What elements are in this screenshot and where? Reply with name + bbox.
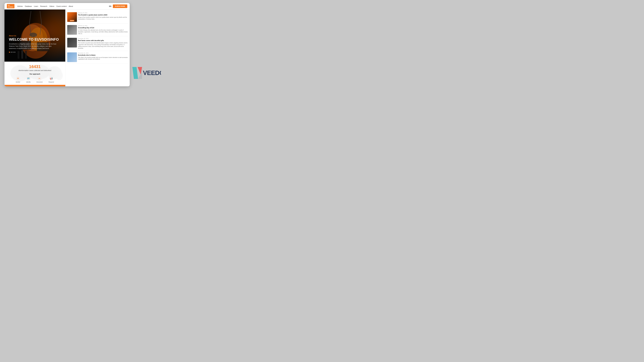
veedoo-v-icon <box>132 67 142 79</box>
hero-carousel-dots <box>9 52 59 53</box>
nav-about[interactable]: About <box>69 5 73 7</box>
identify-icon: 🪪 <box>26 76 30 81</box>
nav-database[interactable]: Database <box>25 5 32 7</box>
respond-label: Respond <box>48 81 54 83</box>
news-panel: DISINFO January 18, 2024 The Kremlin's u… <box>65 9 130 86</box>
news-title-2[interactable]: Groundhog Day of Evil <box>78 27 128 29</box>
nav-videos[interactable]: Videos <box>49 5 54 7</box>
nav-learn[interactable]: Learn <box>34 5 38 7</box>
veedoo-logo-wrap: VEEDOO <box>132 67 161 79</box>
svg-marker-19 <box>132 67 138 79</box>
subscribe-button[interactable]: SUBSCRIBE <box>113 4 127 8</box>
carousel-dot-3[interactable] <box>12 52 14 53</box>
news-title-1[interactable]: The Kremlin's upside-down world in 2024 <box>78 14 128 16</box>
news-date-2: January 13, 2024 <box>78 25 128 26</box>
database-button[interactable]: DATABASE <box>4 85 65 86</box>
news-date-1: January 18, 2024 <box>78 12 128 13</box>
identify-label: Identify <box>26 81 30 83</box>
news-meta-4: December 21, 2023 Everybody else to blam… <box>78 52 128 62</box>
approach-icons: 👁 Monitor 🪪 Identify ✏ Document 📢 <box>8 76 62 85</box>
news-item-4[interactable]: December 21, 2023 Everybody else to blam… <box>67 51 128 64</box>
document-label: Document <box>36 81 43 83</box>
carousel-dot-1[interactable] <box>9 52 10 53</box>
approach-identify: 🪪 Identify <box>26 76 30 83</box>
nav-articles[interactable]: Articles <box>18 5 23 7</box>
brand-area: VEEDOO <box>130 0 161 83</box>
news-excerpt-4: This week, pro-Kremlin pundits had a go … <box>78 57 128 60</box>
main-content: About Us WELCOME TO EUVSDISINFO EUvsDisi… <box>4 9 130 86</box>
approach-heading: Our approach <box>8 73 62 75</box>
browser-window: EU DiSiNFO Articles Database Learn Resea… <box>4 3 130 86</box>
hero-content: About Us WELCOME TO EUVSDISINFO EUvsDisi… <box>9 35 59 53</box>
svg-rect-9 <box>18 53 20 59</box>
site-logo[interactable]: EU DiSiNFO <box>7 4 14 8</box>
carousel-dot-2[interactable] <box>11 52 12 53</box>
language-selector[interactable]: EN <box>109 5 111 7</box>
hero-title: WELCOME TO EUVSDISINFO <box>9 37 59 41</box>
news-thumb-2 <box>67 25 77 35</box>
nav-right: EN SUBSCRIBE <box>109 4 127 8</box>
nav-research[interactable]: Research <box>40 5 47 7</box>
stats-number: 16431 <box>8 64 62 69</box>
news-date-3: December 28, 2023 <box>78 38 128 39</box>
svg-rect-11 <box>21 52 23 59</box>
news-thumb-3 <box>67 38 77 47</box>
news-meta-2: January 13, 2024 Groundhog Day of Evil I… <box>78 25 128 35</box>
about-us-label: About Us <box>9 35 59 37</box>
news-meta-1: January 18, 2024 The Kremlin's upside-do… <box>78 12 128 22</box>
news-title-4[interactable]: Everybody else to blame <box>78 54 128 56</box>
news-excerpt-3: The Kremlin recycled many tired disinfor… <box>78 42 128 49</box>
monitor-label: Monitor <box>16 81 20 83</box>
navbar: EU DiSiNFO Articles Database Learn Resea… <box>4 3 130 9</box>
nav-guest[interactable]: Guest content <box>56 5 67 7</box>
monitor-icon: 👁 <box>16 76 20 81</box>
approach-respond: 📢 Respond <box>48 76 54 83</box>
news-item-2[interactable]: January 13, 2024 Groundhog Day of Evil I… <box>67 23 128 36</box>
news-excerpt-2: In Putin's Russia, the calendar turns, b… <box>78 29 128 35</box>
stats-label: disinformation cases collected and debun… <box>8 69 62 71</box>
carousel-dot-4[interactable] <box>14 52 15 53</box>
approach-monitor: 👁 Monitor <box>16 76 20 83</box>
logo-eu: EU <box>8 4 14 6</box>
nav-links: Articles Database Learn Research Videos … <box>18 5 109 7</box>
document-icon: ✏ <box>38 76 42 81</box>
news-meta-3: December 28, 2023 Bad Santa comes with d… <box>78 38 128 49</box>
respond-icon: 📢 <box>49 76 53 81</box>
news-item-1[interactable]: DISINFO January 18, 2024 The Kremlin's u… <box>67 11 128 23</box>
svg-rect-13 <box>25 52 27 59</box>
news-thumb-4 <box>67 52 77 62</box>
hero-section: About Us WELCOME TO EUVSDISINFO EUvsDisi… <box>4 9 65 62</box>
news-item-3[interactable]: December 28, 2023 Bad Santa comes with d… <box>67 36 128 51</box>
veedoo-text: VEEDOO <box>143 69 161 76</box>
news-title-3[interactable]: Bad Santa comes with deceitful gifts <box>78 40 128 41</box>
approach-document: ✏ Document <box>36 76 43 83</box>
stats-section: 16431 disinformation cases collected and… <box>4 62 65 85</box>
news-excerpt-1: A map of the Kremlin's world in 2024 is … <box>78 16 128 20</box>
left-content: About Us WELCOME TO EUVSDISINFO EUvsDisi… <box>4 9 65 86</box>
logo-disinfo: DiSiNFO <box>8 6 14 8</box>
hero-description: EUvsDisinfo is a flagship project of the… <box>9 43 57 50</box>
news-date-4: December 21, 2023 <box>78 52 128 54</box>
news-thumb-1: DISINFO <box>67 12 77 22</box>
